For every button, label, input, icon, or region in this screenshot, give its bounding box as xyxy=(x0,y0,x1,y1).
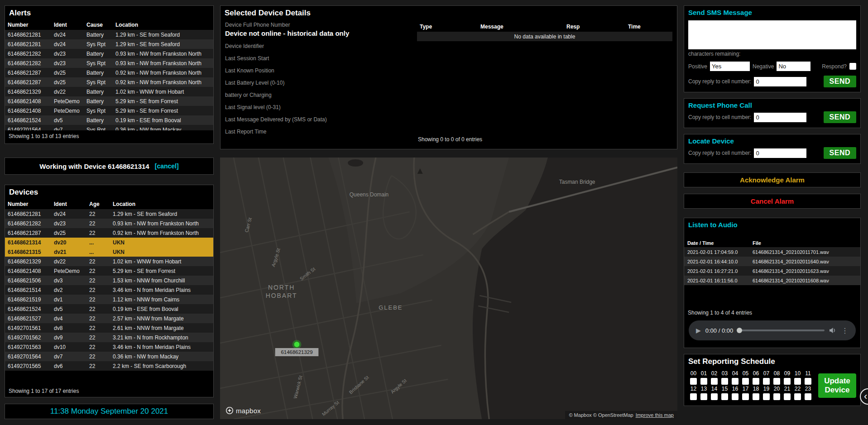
cancel-working-link[interactable]: [cancel] xyxy=(155,162,179,170)
collapse-panel-button[interactable]: ‹ xyxy=(860,388,868,405)
audio-file-row[interactable]: 2021-02-01 16:44:10.0 61468621314_202102… xyxy=(684,257,860,266)
respond-checkbox[interactable] xyxy=(849,63,856,70)
schedule-hour-cell: 00 xyxy=(688,370,699,385)
map-label-north: NORTH xyxy=(268,284,295,291)
improve-map-link[interactable]: Improve this map xyxy=(636,412,674,418)
schedule-hour-checkbox[interactable] xyxy=(690,378,697,385)
alerts-col-location: Location xyxy=(113,20,213,30)
locate-send-button[interactable]: SEND xyxy=(824,147,856,159)
schedule-hour-checkbox[interactable] xyxy=(732,393,739,400)
schedule-hour-checkbox[interactable] xyxy=(721,378,728,385)
schedule-hour-checkbox[interactable] xyxy=(753,393,759,400)
device-row[interactable]: 61468621329 dv22 22 1.02 km - WNW from H… xyxy=(5,257,213,266)
device-row[interactable]: 61492701563 dv10 22 3.46 km - N from Mer… xyxy=(5,342,213,352)
schedule-hour-checkbox[interactable] xyxy=(773,393,780,400)
schedule-hour-checkbox[interactable] xyxy=(742,378,749,385)
device-row[interactable]: 61468621314 dv20 ... UKN xyxy=(5,238,213,247)
audio-col-datetime: Date / Time xyxy=(684,239,749,247)
schedule-hour-checkbox[interactable] xyxy=(773,378,780,385)
detail-field-label: Last Known Position xyxy=(225,67,406,74)
audio-datetime: 2021-02-01 17:04:59.0 xyxy=(684,247,749,257)
device-row[interactable]: 61468621408 PeteDemo 22 5.29 km - SE fro… xyxy=(5,266,213,276)
device-row[interactable]: 61492701564 dv7 22 0.36 km - NW from Mac… xyxy=(5,352,213,361)
update-device-button[interactable]: Update Device xyxy=(818,373,856,397)
volume-icon[interactable] xyxy=(829,327,837,334)
mapbox-logo[interactable]: mapbox xyxy=(225,406,261,415)
alert-row[interactable]: 61468621287 dv25 Sys Rpt 0.92 km - NW fr… xyxy=(5,77,213,87)
device-row[interactable]: 61468621315 dv21 ... UKN xyxy=(5,247,213,257)
schedule-hour-checkbox[interactable] xyxy=(763,393,770,400)
schedule-hour-checkbox[interactable] xyxy=(690,393,697,400)
alert-row[interactable]: 61468621329 dv22 Battery 1.02 km - WNW f… xyxy=(5,87,213,96)
cancel-alarm-button[interactable]: Cancel Alarm xyxy=(684,194,861,209)
audio-file-row[interactable]: 2021-02-01 17:04:59.0 61468621314_202102… xyxy=(684,247,860,257)
play-button[interactable]: ▶ xyxy=(696,327,701,334)
alert-row[interactable]: 61492701564 dv7 Sys Rpt 0.36 km - NW fro… xyxy=(5,125,213,130)
schedule-hour-checkbox[interactable] xyxy=(721,393,728,400)
alert-location: 1.29 km - SE from Seaford xyxy=(113,30,213,39)
audio-menu-icon[interactable]: ⋮ xyxy=(841,326,849,335)
schedule-hours-bottom: 12 13 14 15 16 17 18 19 20 21 22 xyxy=(688,386,816,401)
sms-send-button[interactable]: SEND xyxy=(824,76,856,87)
device-marker-dot[interactable] xyxy=(294,342,300,348)
device-age: 22 xyxy=(86,314,110,323)
positive-input[interactable] xyxy=(710,62,750,71)
schedule-hour-checkbox[interactable] xyxy=(784,378,791,385)
schedule-hour-checkbox[interactable] xyxy=(784,393,791,400)
alert-row[interactable]: 61468621282 dv23 Battery 0.93 km - NW fr… xyxy=(5,49,213,58)
sms-copy-number-input[interactable] xyxy=(754,77,806,86)
alert-row[interactable]: 61468621524 dv5 Battery 0.19 km - ESE fr… xyxy=(5,115,213,125)
schedule-hour-checkbox[interactable] xyxy=(700,378,707,385)
schedule-hour-checkbox[interactable] xyxy=(732,378,739,385)
audio-file-row[interactable]: 2021-02-01 16:27:21.0 61468621314_202102… xyxy=(684,266,860,276)
phone-copy-number-input[interactable] xyxy=(754,113,806,122)
alert-row[interactable]: 61468621408 PeteDemo Battery 5.29 km - S… xyxy=(5,96,213,106)
device-row[interactable]: 61468621514 dv2 22 3.46 km - N from Meri… xyxy=(5,285,213,295)
audio-seek-slider[interactable] xyxy=(738,329,825,331)
alert-row[interactable]: 61468621287 dv25 Battery 0.92 km - NW fr… xyxy=(5,68,213,77)
alert-row[interactable]: 61468621408 PeteDemo Sys Rpt 5.29 km - S… xyxy=(5,106,213,115)
alert-row[interactable]: 61468621282 dv23 Sys Rpt 0.93 km - NW fr… xyxy=(5,58,213,68)
device-row[interactable]: 61468621524 dv5 22 0.19 km - ESE from Bo… xyxy=(5,304,213,314)
device-row[interactable]: 61492701565 dv6 22 2.2 km - SE from Scar… xyxy=(5,361,213,371)
schedule-hour-checkbox[interactable] xyxy=(711,393,718,400)
device-row[interactable]: 61468621282 dv23 22 0.93 km - NW from Fr… xyxy=(5,219,213,228)
locate-copy-number-input[interactable] xyxy=(754,148,806,158)
map-label-tasman-bridge: Tasman Bridge xyxy=(559,179,595,185)
device-row[interactable]: 61468621287 dv25 22 0.92 km - NW from Fr… xyxy=(5,228,213,238)
schedule-hour-checkbox[interactable] xyxy=(742,393,749,400)
clock: 11:38 Monday September 20 2021 xyxy=(5,404,214,419)
schedule-hour-checkbox[interactable] xyxy=(700,393,707,400)
schedule-hour-checkbox[interactable] xyxy=(794,378,801,385)
device-row[interactable]: 61468621519 dv1 22 1.12 km - NNW from Ca… xyxy=(5,295,213,304)
phone-send-button[interactable]: SEND xyxy=(824,111,856,123)
device-row[interactable]: 61468621281 dv24 22 1.29 km - SE from Se… xyxy=(5,209,213,219)
alerts-col-ident: Ident xyxy=(51,20,84,30)
device-row[interactable]: 61468621527 dv4 22 2.57 km - NNW from Ma… xyxy=(5,314,213,323)
audio-file-row[interactable]: 2021-02-01 16:11:56.0 61468621314_202102… xyxy=(684,276,860,285)
messages-empty-row: No data available in table xyxy=(417,32,672,41)
sms-message-input[interactable] xyxy=(688,20,856,49)
schedule-hour-checkbox[interactable] xyxy=(711,378,718,385)
acknowledge-alarm-button[interactable]: Acknowledge Alarm xyxy=(684,172,861,187)
alert-row[interactable]: 61468621281 dv24 Battery 1.29 km - SE fr… xyxy=(5,30,213,39)
schedule-hour-checkbox[interactable] xyxy=(794,393,801,400)
device-row[interactable]: 61492701562 dv9 22 3.21 km - N from Rock… xyxy=(5,333,213,342)
schedule-hour-checkbox[interactable] xyxy=(753,378,759,385)
alert-ident: dv24 xyxy=(51,39,84,49)
device-row[interactable]: 61468621506 dv3 22 1.53 km - NNW from Ch… xyxy=(5,276,213,285)
right-column: Send SMS Message characters remaining: P… xyxy=(684,5,861,419)
negative-input[interactable] xyxy=(777,62,810,71)
audio-player: ▶ 0:00 / 0:00 ⋮ xyxy=(689,320,856,340)
schedule-hour-checkbox[interactable] xyxy=(805,378,811,385)
alert-row[interactable]: 61468621281 dv24 Sys Rpt 1.29 km - SE fr… xyxy=(5,39,213,49)
schedule-hour-checkbox[interactable] xyxy=(805,393,811,400)
audio-seek-thumb[interactable] xyxy=(737,328,742,333)
map-canvas[interactable]: Queens Domain Tasman Bridge NORTH HOBART… xyxy=(220,158,677,419)
schedule-hour-label: 20 xyxy=(774,386,780,392)
map[interactable]: Queens Domain Tasman Bridge NORTH HOBART… xyxy=(220,158,677,419)
device-number: 61468621329 xyxy=(5,257,51,266)
schedule-hour-checkbox[interactable] xyxy=(763,378,770,385)
alerts-scroll-area[interactable]: 61468621281 dv24 Battery 1.29 km - SE fr… xyxy=(5,30,213,130)
device-row[interactable]: 61492701561 dv8 22 2.61 km - NNW from Ma… xyxy=(5,323,213,333)
